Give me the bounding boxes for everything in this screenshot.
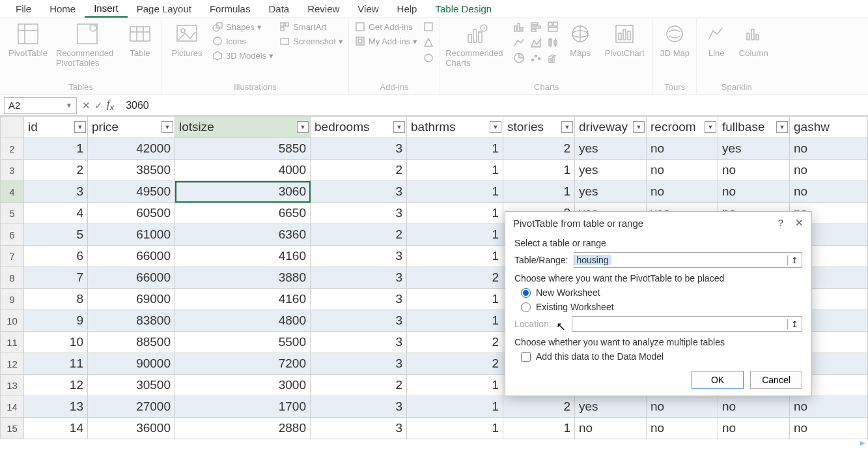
filter-icon[interactable]: ▼ xyxy=(633,121,645,133)
cell[interactable]: 4000 xyxy=(175,160,311,181)
tab-page-layout[interactable]: Page Layout xyxy=(128,1,201,17)
radio-new-worksheet[interactable]: New Worksheet xyxy=(521,287,802,298)
cell[interactable]: 4 xyxy=(24,203,88,224)
cell[interactable]: 10 xyxy=(24,332,88,353)
cell[interactable]: 5 xyxy=(24,224,88,246)
cell[interactable]: no xyxy=(647,160,718,181)
cell[interactable]: no xyxy=(718,418,790,439)
radio-new-worksheet-input[interactable] xyxy=(521,288,531,298)
cancel-button[interactable]: Cancel xyxy=(750,371,802,389)
filter-icon[interactable]: ▼ xyxy=(561,121,573,133)
cell[interactable]: 3880 xyxy=(175,267,311,289)
cell[interactable]: 1 xyxy=(503,160,575,181)
tab-help[interactable]: Help xyxy=(388,1,427,17)
table-row[interactable]: 21420005850312yesnoyesno xyxy=(1,138,868,160)
cell[interactable]: 3060 xyxy=(175,181,311,203)
addin-slot-1-icon[interactable] xyxy=(423,21,434,33)
btn-my-addins[interactable]: My Add-ins ▾ xyxy=(354,35,417,47)
table-row[interactable]: 43495003060311yesnonono xyxy=(1,181,868,203)
cell[interactable]: 2 xyxy=(503,138,575,160)
cell[interactable]: 2880 xyxy=(175,418,311,439)
cell[interactable]: yes xyxy=(575,160,647,181)
formula-input[interactable]: 3060 xyxy=(119,100,868,111)
filter-icon[interactable]: ▼ xyxy=(161,121,173,133)
radio-existing-worksheet-input[interactable] xyxy=(521,302,531,312)
tab-file[interactable]: File xyxy=(7,1,40,17)
cell[interactable]: 14 xyxy=(24,418,88,439)
cell[interactable]: 3 xyxy=(311,289,407,310)
cell[interactable]: 6 xyxy=(24,246,88,267)
cell[interactable]: 3 xyxy=(311,332,407,353)
addin-slot-3-icon[interactable] xyxy=(423,52,434,64)
row-header[interactable]: 4 xyxy=(1,181,24,203)
btn-icons[interactable]: Icons xyxy=(212,35,273,47)
cell[interactable]: 6650 xyxy=(175,203,311,224)
cell[interactable]: 42000 xyxy=(88,138,175,160)
cell[interactable]: 5850 xyxy=(175,138,311,160)
cell[interactable]: 66000 xyxy=(88,267,175,289)
row-header[interactable]: 7 xyxy=(1,246,24,267)
cell[interactable]: no xyxy=(575,418,647,439)
cell[interactable]: 66000 xyxy=(88,246,175,267)
cell[interactable]: 2 xyxy=(311,375,407,396)
row-header[interactable]: 15 xyxy=(1,418,24,439)
row-header[interactable]: 13 xyxy=(1,375,24,396)
cell[interactable]: no xyxy=(790,418,868,439)
row-header[interactable]: 2 xyxy=(1,138,24,160)
range-picker-icon[interactable]: ↥ xyxy=(787,255,802,265)
cell[interactable]: 3 xyxy=(311,418,407,439)
field-table-range[interactable]: housing ↥ xyxy=(574,252,802,268)
cell[interactable]: 61000 xyxy=(88,224,175,246)
cell[interactable]: 3 xyxy=(311,353,407,375)
cell[interactable]: 3 xyxy=(311,396,407,418)
range-picker-icon[interactable]: ↥ xyxy=(787,319,802,329)
btn-3d-map[interactable]: 3D Map xyxy=(658,21,691,58)
cell[interactable]: no xyxy=(718,181,790,203)
chart-scatter-icon[interactable] xyxy=(530,52,542,64)
btn-get-addins[interactable]: Get Add-ins xyxy=(354,21,417,33)
btn-3d-models[interactable]: 3D Models ▾ xyxy=(212,50,273,61)
btn-table[interactable]: Table xyxy=(124,21,156,58)
cell[interactable]: 11 xyxy=(24,353,88,375)
filter-icon[interactable]: ▼ xyxy=(297,121,309,133)
table-row[interactable]: 32385004000211yesnonono xyxy=(1,160,868,181)
table-row[interactable]: 1514360002880311nononono xyxy=(1,418,868,439)
cell[interactable]: 7200 xyxy=(175,353,311,375)
cell[interactable]: 1 xyxy=(407,375,503,396)
cell[interactable]: 1 xyxy=(407,310,503,332)
cell[interactable]: no xyxy=(647,138,718,160)
cell[interactable]: 1 xyxy=(503,181,575,203)
cell[interactable]: 2 xyxy=(311,224,407,246)
cell[interactable]: 1 xyxy=(407,418,503,439)
cell[interactable]: yes xyxy=(575,138,647,160)
cell[interactable]: 4160 xyxy=(175,289,311,310)
cell[interactable]: 1 xyxy=(24,138,88,160)
fx-icon[interactable]: fx xyxy=(107,98,114,112)
cell[interactable]: 1 xyxy=(407,224,503,246)
cell[interactable]: yes xyxy=(718,138,790,160)
row-header[interactable]: 14 xyxy=(1,396,24,418)
row-header[interactable]: 5 xyxy=(1,203,24,224)
btn-maps[interactable]: Maps xyxy=(564,21,596,58)
filter-icon[interactable]: ▼ xyxy=(74,121,86,133)
cell[interactable]: 7 xyxy=(24,267,88,289)
cell[interactable]: 3 xyxy=(311,138,407,160)
check-data-model-input[interactable] xyxy=(521,352,531,362)
cell[interactable]: no xyxy=(790,396,868,418)
row-header[interactable]: 11 xyxy=(1,332,24,353)
location-input[interactable] xyxy=(572,319,787,329)
cell[interactable]: 38500 xyxy=(88,160,175,181)
btn-pivotchart[interactable]: PivotChart xyxy=(602,21,647,58)
cell[interactable]: no xyxy=(718,396,790,418)
cell[interactable]: 1 xyxy=(407,289,503,310)
cell[interactable]: 6360 xyxy=(175,224,311,246)
cell[interactable]: 1 xyxy=(407,396,503,418)
row-header[interactable]: 10 xyxy=(1,310,24,332)
cell[interactable]: 8 xyxy=(24,289,88,310)
cell[interactable]: 2 xyxy=(407,332,503,353)
cell[interactable]: 1 xyxy=(407,246,503,267)
cell[interactable]: 88500 xyxy=(88,332,175,353)
btn-sparkline-line[interactable]: Line xyxy=(702,21,731,58)
row-header[interactable]: 9 xyxy=(1,289,24,310)
chevron-down-icon[interactable]: ▼ xyxy=(66,102,72,109)
